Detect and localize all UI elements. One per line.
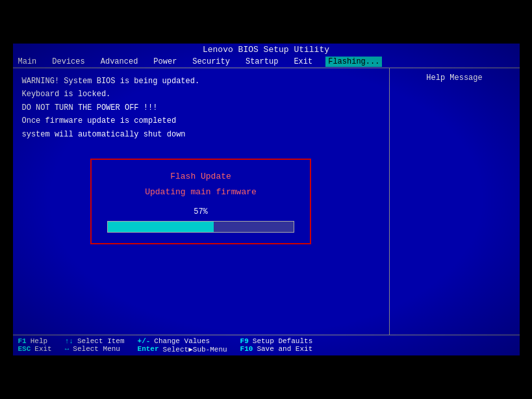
desc-change-values: Change Values — [154, 337, 210, 345]
footer-item-4: F9 Setup Defaults F10 Save and Exit — [240, 337, 313, 354]
progress-bar-fill — [108, 222, 214, 232]
progress-label: 57% — [107, 206, 294, 218]
key-f9: F9 — [240, 337, 249, 345]
key-enter: Enter — [138, 345, 159, 354]
footer-line-3a: +/- Change Values — [138, 337, 227, 345]
help-panel: Help Message — [390, 68, 520, 335]
monitor: Lenovo BIOS Setup Utility Main Devices A… — [13, 44, 520, 355]
footer-line-1b: ESC Exit — [18, 345, 52, 353]
key-plusminus: +/- — [138, 337, 151, 345]
bios-screen: Lenovo BIOS Setup Utility Main Devices A… — [13, 44, 520, 355]
desc-setup-defaults: Setup Defaults — [253, 337, 312, 345]
footer-item-1: F1 Help ESC Exit — [18, 337, 52, 354]
footer-item-2: ↑↓ Select Item ↔ Select Menu — [65, 337, 125, 354]
footer-group: F1 Help ESC Exit ↑↓ Select Item ↔ — [18, 337, 514, 354]
key-updown: ↑↓ — [65, 337, 73, 345]
desc-select-menu: Select Menu — [73, 345, 120, 353]
footer-item-3: +/- Change Values Enter Select▶Sub-Menu — [138, 337, 227, 354]
bottom-bar: F1 Help ESC Exit ↑↓ Select Item ↔ — [13, 335, 520, 355]
menu-item-startup[interactable]: Startup — [243, 57, 281, 67]
key-f1: F1 — [18, 337, 27, 345]
desc-sub-menu: Select▶Sub-Menu — [163, 345, 227, 354]
menu-item-security[interactable]: Security — [190, 57, 233, 67]
main-panel: WARNING! System BIOS is being updated. K… — [13, 68, 390, 335]
menu-item-power[interactable]: Power — [151, 57, 179, 67]
footer-line-2a: ↑↓ Select Item — [65, 337, 125, 345]
key-esc: ESC — [18, 345, 31, 353]
dialog-subtitle: Updating main firmware — [107, 186, 294, 200]
flash-dialog: Flash Update Updating main firmware 57% — [90, 159, 311, 245]
footer-line-4b: F10 Save and Exit — [240, 345, 313, 353]
content-area: WARNING! System BIOS is being updated. K… — [13, 68, 520, 335]
desc-help: Help — [31, 337, 47, 345]
menu-item-flashing[interactable]: Flashing... — [325, 57, 382, 67]
dialog-title: Flash Update — [107, 170, 294, 184]
menu-item-main[interactable]: Main — [16, 57, 40, 67]
footer-line-3b: Enter Select▶Sub-Menu — [138, 345, 227, 354]
desc-select-item: Select Item — [77, 337, 125, 345]
key-leftright: ↔ — [65, 345, 70, 353]
bios-title: Lenovo BIOS Setup Utility — [13, 44, 520, 56]
footer-line-1a: F1 Help — [18, 337, 52, 345]
footer-line-4a: F9 Setup Defaults — [240, 337, 313, 345]
desc-exit: Exit — [34, 345, 51, 353]
menu-item-devices[interactable]: Devices — [49, 57, 87, 67]
dialog-overlay: Flash Update Updating main firmware 57% — [13, 68, 389, 335]
menu-item-exit[interactable]: Exit — [291, 57, 315, 67]
desc-save-exit: Save and Exit — [257, 345, 312, 353]
key-f10: F10 — [240, 345, 253, 353]
footer-line-2b: ↔ Select Menu — [65, 345, 125, 353]
progress-bar-container — [107, 221, 294, 233]
menu-bar: Main Devices Advanced Power Security Sta… — [13, 56, 520, 68]
help-title: Help Message — [396, 73, 513, 83]
menu-item-advanced[interactable]: Advanced — [98, 57, 141, 67]
